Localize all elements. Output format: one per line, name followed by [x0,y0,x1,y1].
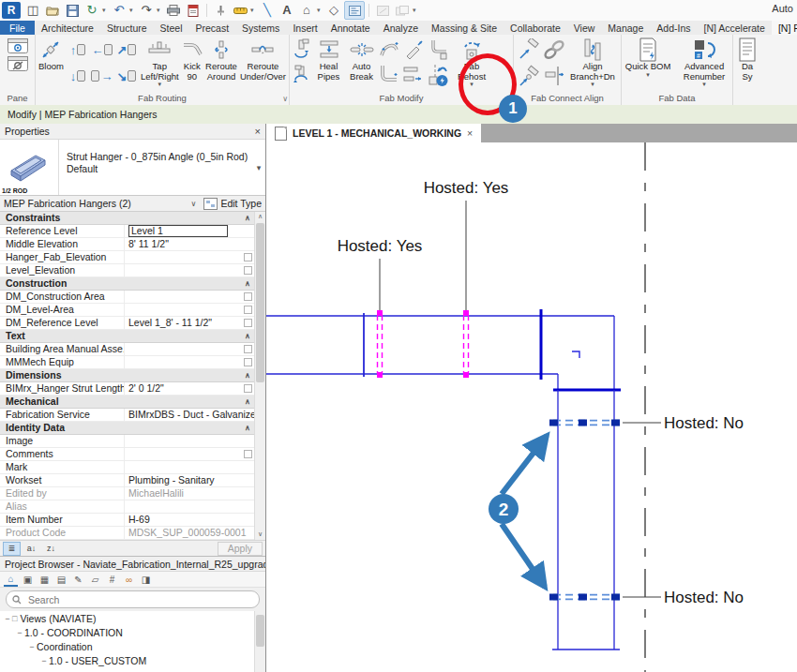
tree-item-coordination[interactable]: − Coordination [0,639,265,653]
align-branch-dn-button[interactable]: Align Branch+Dn ▾ [567,37,618,88]
drawing-canvas[interactable]: Hosted: Yes Hosted: Yes [266,142,797,672]
tab-steel[interactable]: Steel [154,21,189,35]
collapse-icon[interactable]: ∧ [240,396,255,408]
workset-value[interactable]: Plumbing - Sanitary [124,474,255,486]
ui-window-icon[interactable]: ◫ [23,2,42,19]
element-filter-label[interactable]: MEP Fabrication Hangers (2) [4,198,191,209]
tab-analyze[interactable]: Analyze [377,21,425,35]
reference-level-value[interactable]: Level 1 [128,225,228,237]
tree-item-views-naviate[interactable]: − □ Views (NAVIATE) [0,611,265,625]
sort-ascending-button[interactable]: a↓ [23,542,40,556]
browser-views-icon[interactable]: ▣ [21,573,35,586]
prop-group-mechanical[interactable]: Mechanical∧ [0,396,255,409]
sort-descending-button[interactable]: z↓ [42,542,60,556]
prop-row-level-elevation[interactable]: Level_Elevation [0,264,255,277]
reroute-around-button[interactable]: Reroute Around [204,37,238,82]
tab-manage[interactable]: Manage [601,21,650,35]
strut-length-value[interactable]: 2' 0 1/2" [124,382,244,395]
route-down-right-button[interactable]: ↘ [114,63,139,89]
collapse-icon[interactable]: ∧ [240,422,255,434]
tap-left-right-button[interactable]: Tap Left/Right ▾ [140,37,180,88]
tree-collapse-icon[interactable]: − [39,656,49,665]
prop-group-construction[interactable]: Construction∧ [0,277,255,291]
rehost-hanger-icon[interactable] [426,63,450,87]
advanced-renumber-dropdown-icon[interactable]: ▾ [702,82,706,87]
prop-row-item-number[interactable]: Item NumberH-69 [0,514,255,527]
bloom-button[interactable]: Bloom [38,37,65,73]
collapse-icon[interactable]: ∧ [240,277,255,290]
text-tool-icon[interactable]: A [278,2,296,19]
sort-by-group-button[interactable]: ≣ [3,542,21,556]
properties-scrollbar[interactable]: ∧ ∨ [254,212,265,540]
hosted-hanger-1[interactable] [377,310,383,378]
prop-row-dm-construction-area[interactable]: DM_Construction Area [0,291,255,304]
browser-search[interactable] [6,590,260,608]
associate-param-box[interactable] [244,292,252,301]
associate-param-box[interactable] [244,253,252,261]
route-left-button[interactable]: ← [90,37,114,63]
align-branch-dropdown-icon[interactable]: ▾ [591,82,594,87]
collapse-icon[interactable]: ∧ [240,369,255,381]
qat-customize-icon[interactable]: ▾ [413,7,419,14]
tree-collapse-icon[interactable]: − [15,628,24,637]
view-tab-close-icon[interactable]: × [467,127,473,139]
connect-capped-icon[interactable] [518,65,540,87]
tab-precast[interactable]: Precast [189,21,236,35]
hosted-hanger-2[interactable] [463,310,469,378]
modify-pin-icon[interactable] [211,2,230,19]
associate-param-box[interactable] [244,384,252,393]
tab-view[interactable]: View [567,21,602,35]
prop-row-dm-level-area[interactable]: DM_Level-Area [0,304,255,317]
tab-file[interactable]: File [0,21,35,35]
route-up-right-button[interactable]: ↗ [114,37,139,63]
revit-logo-icon[interactable]: R [2,2,21,19]
prop-row-mmmech-equip[interactable]: MMMech Equip [0,356,255,369]
tab-massing-site[interactable]: Massing & Site [425,21,504,35]
apply-button[interactable]: Apply [218,542,263,556]
scroll-up-icon[interactable]: ∧ [255,212,265,221]
prop-row-dm-reference-level[interactable]: DM_Reference LevelLevel 1_8' - 11 1/2" [0,317,255,330]
associate-param-box[interactable] [244,450,252,458]
prop-row-comments[interactable]: Comments [0,448,255,461]
advanced-renumber-button[interactable]: # Advanced Renumber ▾ [678,37,730,88]
associate-param-box[interactable] [244,266,252,275]
hide-pane-icon[interactable] [8,56,28,71]
redo-dropdown-icon[interactable]: ▾ [157,7,163,14]
middle-elevation-value[interactable]: 8' 11 1/2" [124,238,255,250]
browser-families-icon[interactable]: ▱ [88,573,102,586]
prop-row-building-area[interactable]: Building Area Manual Asse... [0,343,255,356]
chain-connect-icon[interactable] [543,38,565,61]
pencil-edit-icon[interactable] [402,38,425,61]
hanger-pipe-icon[interactable] [426,38,450,61]
browser-schedules-icon[interactable]: ▦ [38,573,52,586]
open-icon[interactable] [43,2,62,19]
spark-pipe-icon[interactable] [379,38,401,61]
tab-systems[interactable]: Systems [235,21,286,35]
sync-icon[interactable]: ↻ [83,2,101,19]
default-3d-view-icon[interactable]: ⌂ [297,2,316,19]
prop-group-text[interactable]: Text∧ [0,330,255,343]
prop-row-reference-level[interactable]: Reference LevelLevel 1 [0,225,255,238]
browser-scrollbar[interactable] [254,611,265,672]
fabrication-service-value[interactable]: BIMrxDBS - Duct - Galvanize... [124,409,255,421]
tree-collapse-icon[interactable]: − [27,642,37,651]
scroll-down-icon[interactable]: ∨ [255,530,265,539]
prop-row-middle-elevation[interactable]: Middle Elevation8' 11 1/2" [0,238,255,251]
tag-icon[interactable]: ◇ [324,2,343,19]
home-dropdown-icon[interactable]: ▾ [317,7,323,14]
connect-into-icon[interactable] [518,38,540,61]
clipped-button[interactable]: Da Sy [735,37,759,82]
tab-structure[interactable]: Structure [100,21,154,35]
prop-row-image[interactable]: Image [0,435,255,448]
spark-elbow-icon[interactable] [379,63,401,85]
undo-dropdown-icon[interactable]: ▾ [129,7,136,14]
scrollbar-thumb[interactable] [256,615,264,647]
tab-insert[interactable]: Insert [286,21,323,35]
prop-group-dimensions[interactable]: Dimensions∧ [0,369,255,382]
browser-links-icon[interactable]: ∞ [122,573,136,586]
route-down-button[interactable]: ↓ [66,63,90,89]
prop-group-constraints[interactable]: Constraints∧ [0,212,255,225]
measure-icon[interactable] [231,2,249,19]
align-end-icon[interactable] [543,65,565,87]
autodesk-account-label[interactable]: Auto [772,3,793,14]
